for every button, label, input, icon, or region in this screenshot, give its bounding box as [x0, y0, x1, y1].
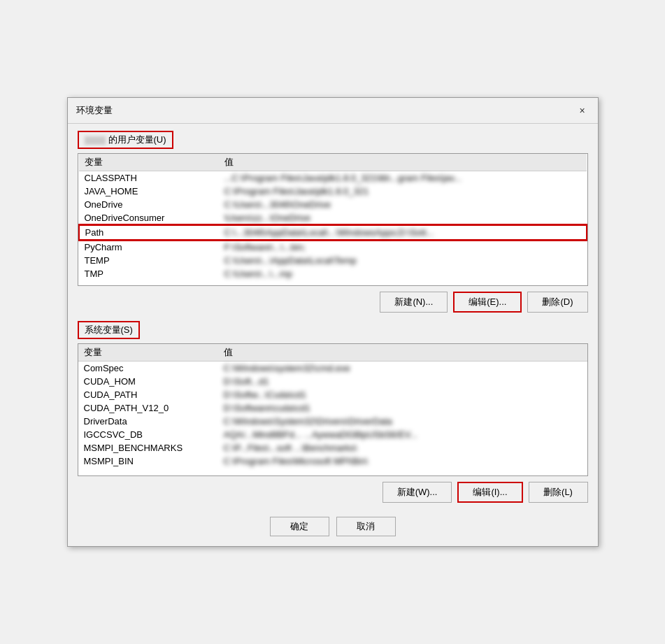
user-table-row[interactable]: JAVA_HOMEC:\Program Files\Java\jdk1.8.0_… — [79, 185, 587, 198]
system-var-cell: CUDA_HOM — [78, 375, 218, 388]
ok-button[interactable]: 确定 — [270, 517, 329, 536]
system-var-cell: IGCCSVC_DB — [78, 428, 218, 441]
system-table-row[interactable]: MSMPI_BENCHMARKSC:\P...Files\...soft ...… — [78, 441, 587, 455]
user-var-cell: PyCharm — [79, 240, 219, 254]
user-val-cell: ...C:\Program Files\Java\jdk1.8.0_321\li… — [219, 171, 587, 185]
user-edit-button[interactable]: 编辑(E)... — [453, 292, 522, 313]
system-col-val-header: 值 — [218, 344, 587, 362]
user-col-val-header: 值 — [219, 154, 587, 171]
system-var-cell: ComSpec — [78, 362, 218, 375]
system-val-cell: AQA/...Mind8BFd... ...AywwaDGBlpUSbS6/EV… — [218, 428, 587, 441]
system-variables-table: 变量 值 ComSpecC:\Windows\system32\cmd.exeC… — [78, 344, 587, 468]
user-val-cell: C:\Users\...3046\OneDrive — [219, 198, 587, 211]
user-var-cell: TMP — [79, 267, 219, 280]
user-table-row[interactable]: OneDriveConsumer\Users\zz...\OneDrive — [79, 211, 587, 225]
user-val-cell: C:\Users\...\...mp — [219, 267, 587, 280]
dialog-body: 的用户变量(U) 变量 值 CLASSPATH...C:\Program Fil… — [68, 124, 598, 546]
system-var-cell: DriverData — [78, 415, 218, 428]
system-table-row[interactable]: DriverDataC:\Windows\System32\Drivers\Dr… — [78, 415, 587, 428]
system-variables-table-container[interactable]: 变量 值 ComSpecC:\Windows\system32\cmd.exeC… — [78, 343, 588, 476]
system-table-row[interactable]: ComSpecC:\Windows\system32\cmd.exe — [78, 362, 587, 375]
system-table-row[interactable]: CUDA_HOMD:\Soft...d1 — [78, 375, 587, 388]
system-edit-button[interactable]: 编辑(I)... — [457, 482, 522, 503]
user-val-cell: \Users\zz...\OneDrive — [219, 211, 587, 225]
user-variables-section: 的用户变量(U) 变量 值 CLASSPATH...C:\Program Fil… — [78, 131, 588, 313]
dialog-title: 环境变量 — [76, 104, 113, 117]
system-new-button[interactable]: 新建(W)... — [382, 482, 452, 503]
system-var-cell: CUDA_PATH_V12_0 — [78, 401, 218, 415]
user-table-header-row: 变量 值 — [79, 154, 587, 171]
system-val-cell: C:\Windows\system32\cmd.exe — [218, 362, 587, 375]
user-table-row[interactable]: PyCharmF:\Software\...\...bin; — [79, 240, 587, 254]
user-section-header: 的用户变量(U) — [78, 131, 173, 149]
user-delete-button[interactable]: 删除(D) — [527, 292, 587, 313]
system-buttons-row: 新建(W)... 编辑(I)... 删除(L) — [78, 482, 588, 503]
user-val-cell: C:\Program Files\Java\jdk1.8.0_321 — [219, 185, 587, 198]
bottom-buttons: 确定 取消 — [78, 511, 588, 536]
user-var-cell: Path — [79, 225, 219, 240]
user-val-cell: C:\Users\...\AppData\Local\Temp — [219, 254, 587, 267]
system-val-cell: D:\Software\cuda\cd1 — [218, 401, 587, 415]
user-var-cell: OneDrive — [79, 198, 219, 211]
user-val-cell: F:\Software\...\...bin; — [219, 240, 587, 254]
user-var-cell: OneDriveConsumer — [79, 211, 219, 225]
user-table-row[interactable]: CLASSPATH...C:\Program Files\Java\jdk1.8… — [79, 171, 587, 185]
cancel-button[interactable]: 取消 — [336, 517, 396, 536]
user-table-row[interactable]: TMPC:\Users\...\...mp — [79, 267, 587, 280]
user-variables-table-container[interactable]: 变量 值 CLASSPATH...C:\Program Files\Java\j… — [78, 153, 588, 286]
system-var-cell: MSMPI_BENCHMARKS — [78, 441, 218, 455]
system-table-header-row: 变量 值 — [78, 344, 587, 362]
system-delete-button[interactable]: 删除(L) — [529, 482, 588, 503]
system-col-var-header: 变量 — [78, 344, 218, 362]
environment-variables-dialog: 环境变量 × 的用户变量(U) 变量 值 CLASSPATH...C:\Prog… — [67, 97, 599, 547]
user-variables-table: 变量 值 CLASSPATH...C:\Program Files\Java\j… — [78, 154, 587, 280]
system-table-body: ComSpecC:\Windows\system32\cmd.exeCUDA_H… — [78, 362, 587, 468]
system-val-cell: C:\P...Files\...soft ...\Benchmarks\ — [218, 441, 587, 455]
user-var-cell: JAVA_HOME — [79, 185, 219, 198]
system-table-row[interactable]: CUDA_PATHD:\Softw...\Cuda\cd1 — [78, 388, 587, 401]
system-val-cell: D:\Softw...\Cuda\cd1 — [218, 388, 587, 401]
title-bar: 环境变量 × — [68, 98, 598, 124]
close-button[interactable]: × — [575, 103, 589, 117]
user-table-row[interactable]: PathC:\...3046\AppData\Local\...\Windows… — [79, 225, 587, 240]
user-buttons-row: 新建(N)... 编辑(E)... 删除(D) — [78, 292, 588, 313]
system-var-cell: CUDA_PATH — [78, 388, 218, 401]
user-val-cell: C:\...3046\AppData\Local\...\WindowsApps… — [219, 225, 587, 240]
system-val-cell: C:\Windows\System32\Drivers\DriverData — [218, 415, 587, 428]
user-table-row[interactable]: TEMPC:\Users\...\AppData\Local\Temp — [79, 254, 587, 267]
system-variables-section: 系统变量(S) 变量 值 ComSpecC:\Windows\system32\… — [78, 321, 588, 503]
user-col-var-header: 变量 — [79, 154, 219, 171]
user-table-body: CLASSPATH...C:\Program Files\Java\jdk1.8… — [79, 171, 587, 281]
user-table-row[interactable]: OneDriveC:\Users\...3046\OneDrive — [79, 198, 587, 211]
user-var-cell: TEMP — [79, 254, 219, 267]
system-table-row[interactable]: MSMPI_BINC:\Program Files\Microsoft MPI\… — [78, 455, 587, 468]
user-avatar-blur — [85, 136, 106, 145]
system-section-header: 系统变量(S) — [78, 321, 140, 339]
user-new-button[interactable]: 新建(N)... — [380, 292, 448, 313]
system-var-cell: MSMPI_BIN — [78, 455, 218, 468]
system-val-cell: C:\Program Files\Microsoft MPI\Bin\ — [218, 455, 587, 468]
system-table-row[interactable]: CUDA_PATH_V12_0D:\Software\cuda\cd1 — [78, 401, 587, 415]
user-var-cell: CLASSPATH — [79, 171, 219, 185]
system-val-cell: D:\Soft...d1 — [218, 375, 587, 388]
system-table-row[interactable]: IGCCSVC_DBAQA/...Mind8BFd... ...AywwaDGB… — [78, 428, 587, 441]
